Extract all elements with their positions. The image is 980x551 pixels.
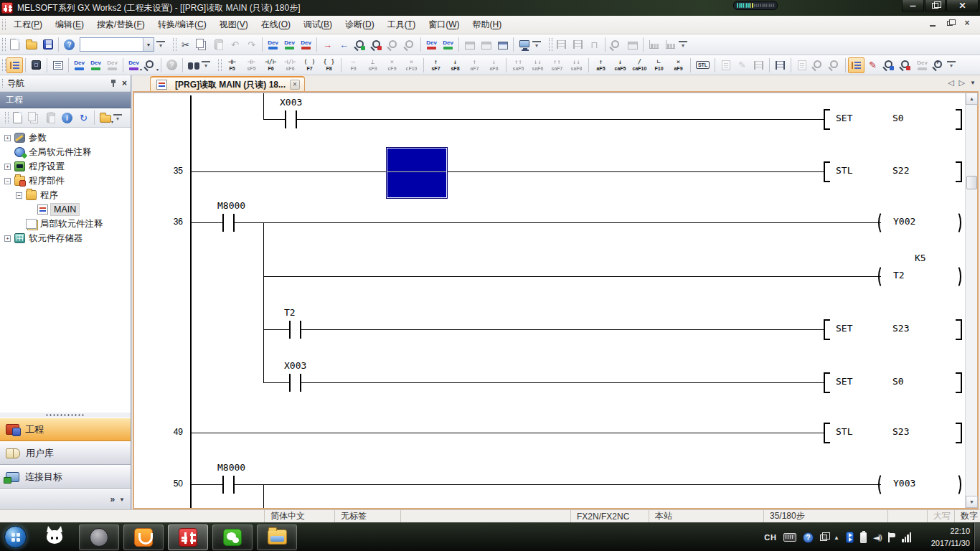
tree-expand-icon[interactable]: + bbox=[4, 135, 11, 141]
taskbar-app-foobar2000[interactable] bbox=[34, 524, 75, 550]
menu-item-D[interactable]: 诊断(D) bbox=[339, 16, 381, 34]
battery-icon[interactable] bbox=[860, 532, 867, 543]
stack-button-project[interactable]: 工程 bbox=[0, 418, 131, 441]
volume-icon[interactable]: ◄)) bbox=[873, 533, 881, 542]
panel-splitter[interactable] bbox=[0, 412, 131, 418]
tree-item-parameter[interactable]: +参数 bbox=[0, 131, 131, 145]
simulation-monitor-button[interactable] bbox=[516, 37, 532, 52]
find-contact-coil-button[interactable] bbox=[881, 57, 897, 73]
refresh-view-button[interactable]: ↻ bbox=[75, 110, 92, 126]
tree-item-local-device-comment[interactable]: 局部软元件注释 bbox=[0, 217, 131, 231]
menu-item-V[interactable]: 视图(V) bbox=[213, 16, 255, 34]
tree-expand-icon[interactable]: + bbox=[4, 164, 11, 170]
open-project-button[interactable] bbox=[23, 37, 39, 52]
scroll-up-button[interactable]: ▲ bbox=[966, 93, 978, 105]
menu-item-O[interactable]: 在线(O) bbox=[255, 16, 297, 34]
monitor-stop-button[interactable] bbox=[369, 37, 385, 52]
zoom-display-button[interactable] bbox=[930, 57, 947, 73]
menu-item-P[interactable]: 工程(P) bbox=[7, 16, 49, 34]
ime-help-icon[interactable]: ? bbox=[803, 532, 814, 543]
tree-item-main[interactable]: MAIN bbox=[0, 202, 131, 217]
toolbar-overflow-icon[interactable] bbox=[156, 41, 165, 49]
tree-item-device-memory[interactable]: +软元件存储器 bbox=[0, 231, 131, 245]
copy-button[interactable] bbox=[194, 37, 210, 52]
menu-item-H[interactable]: 帮助(H) bbox=[466, 16, 508, 34]
scrollbar-thumb[interactable] bbox=[966, 176, 977, 189]
property-button[interactable] bbox=[59, 110, 75, 126]
closed-contact-button[interactable]: ⊣/⊢F6 bbox=[261, 57, 281, 74]
delete-line-input-button[interactable]: ×aF9 bbox=[669, 57, 688, 74]
menu-item-E[interactable]: 编辑(E) bbox=[49, 16, 90, 34]
invert-operation-button[interactable]: ↑aF5 bbox=[591, 57, 611, 74]
tree-item-program-setting[interactable]: +程序设置 bbox=[0, 159, 131, 174]
tree-expand-icon[interactable]: − bbox=[4, 178, 11, 184]
keyboard-layout-icon[interactable] bbox=[783, 533, 796, 542]
tree-expand-icon[interactable]: + bbox=[4, 235, 11, 242]
taskbar-clock[interactable]: 22:10 2017/11/30 bbox=[931, 525, 970, 549]
operation-rising-button[interactable]: ↓caF5 bbox=[611, 57, 630, 74]
edit-cursor-cell[interactable]: #selbox::after{top:33px} bbox=[386, 147, 448, 199]
cut-button[interactable]: ✂ bbox=[177, 37, 194, 52]
tab-main-program[interactable]: [PRG]读取 MAIN (只读) 18... × bbox=[150, 76, 305, 92]
stack-button-user-library[interactable]: 用户库 bbox=[0, 441, 131, 465]
write-to-plc-button[interactable]: → bbox=[319, 37, 336, 52]
device-test-button[interactable]: Dev bbox=[298, 37, 314, 52]
network-signal-icon[interactable] bbox=[902, 532, 911, 542]
pin-icon[interactable] bbox=[110, 80, 116, 88]
stack-button-connection-destination[interactable]: 连接目标 bbox=[0, 465, 131, 489]
menu-item-W[interactable]: 窗口(W) bbox=[422, 16, 466, 34]
navigation-close-icon[interactable]: × bbox=[122, 79, 127, 88]
show-hidden-icons-icon[interactable]: ▲ bbox=[834, 534, 839, 541]
rising-pulse-button[interactable]: ↑sF7 bbox=[426, 57, 446, 74]
mdi-restore-button[interactable] bbox=[944, 18, 956, 28]
mdi-minimize-button[interactable] bbox=[927, 18, 938, 28]
module-configuration-button[interactable] bbox=[28, 57, 44, 73]
sort-filter-button[interactable]: ▾ bbox=[97, 110, 113, 126]
device-display-on-button[interactable]: Dev bbox=[423, 37, 440, 52]
device-comment-list-button[interactable]: Dev bbox=[71, 57, 88, 73]
taskbar-app-wechat[interactable] bbox=[212, 524, 253, 550]
menu-item-F[interactable]: 搜索/替换(F) bbox=[90, 16, 151, 34]
toolbar-overflow-icon[interactable] bbox=[947, 61, 956, 69]
menu-item-B[interactable]: 调试(B) bbox=[297, 16, 339, 34]
rule-insert-button[interactable] bbox=[772, 57, 788, 73]
toolbar-overflow-icon[interactable] bbox=[113, 114, 122, 122]
tree-item-program[interactable]: −程序 bbox=[0, 188, 131, 202]
tree-expand-icon[interactable]: − bbox=[16, 192, 22, 199]
window-maximize-button[interactable] bbox=[925, 0, 946, 12]
open-contact-button[interactable]: ⊣⊢F5 bbox=[222, 57, 242, 74]
taskbar-app-explorer[interactable] bbox=[257, 524, 297, 550]
tab-scroll-right-icon[interactable]: ▷ bbox=[959, 78, 965, 88]
device-memory-list-button[interactable]: Dev bbox=[88, 57, 104, 73]
scroll-down-button[interactable]: ▼ bbox=[966, 496, 978, 508]
combobox-arrow-icon[interactable]: ▾ bbox=[143, 38, 154, 51]
window-switch-button[interactable] bbox=[494, 37, 511, 52]
taskbar-app-avatar[interactable] bbox=[79, 524, 119, 550]
save-project-button[interactable] bbox=[39, 37, 56, 52]
comment-display-toggle[interactable] bbox=[848, 57, 864, 73]
find-device-button[interactable] bbox=[897, 57, 914, 73]
start-button[interactable] bbox=[4, 526, 27, 548]
menu-item-T[interactable]: 工具(T) bbox=[381, 16, 422, 34]
stl-instruction-button[interactable]: STL bbox=[693, 57, 712, 74]
vertical-scrollbar[interactable]: ▲ ▼ bbox=[965, 93, 977, 508]
panel-selector-more[interactable]: » ▼ bbox=[0, 489, 131, 509]
device-comment-search-button[interactable]: Dev bbox=[265, 37, 281, 52]
new-project-button[interactable] bbox=[6, 37, 23, 52]
toolbar-overflow-icon[interactable] bbox=[532, 41, 541, 49]
ladder-editor[interactable]: #selbox::after{top:33px}X003M8000T2X003M… bbox=[134, 93, 965, 508]
falling-pulse-button[interactable]: ↓sF8 bbox=[446, 57, 465, 74]
application-instruction-button[interactable]: { }F8 bbox=[319, 57, 339, 74]
output-window-button[interactable] bbox=[50, 57, 66, 73]
language-indicator-tray[interactable]: CH bbox=[764, 533, 777, 542]
device-display-off-button[interactable]: Dev bbox=[440, 37, 456, 52]
monitor-start-button[interactable] bbox=[352, 37, 369, 52]
tab-scroll-left-icon[interactable]: ◁ bbox=[948, 78, 953, 88]
device-batch-monitor-button[interactable]: Dev bbox=[281, 37, 298, 52]
cross-reference-button[interactable] bbox=[185, 57, 202, 73]
coil-button[interactable]: ( )F7 bbox=[300, 57, 319, 74]
bluetooth-icon[interactable] bbox=[846, 532, 854, 543]
toolbar-overflow-icon[interactable] bbox=[202, 61, 210, 69]
tree-item-global-device-comment[interactable]: 全局软元件注释 bbox=[0, 145, 131, 159]
statement-edit-button[interactable]: ✎ bbox=[864, 57, 881, 73]
